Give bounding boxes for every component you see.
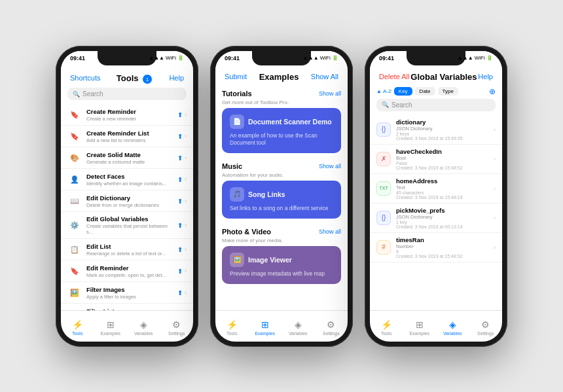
tab-examples-3[interactable]: ⊞ Examples: [403, 317, 437, 336]
var-item-timesran[interactable]: # timesRan Number 8 Created: 3 Nov 2019 …: [370, 233, 502, 262]
sort-date-btn[interactable]: Date: [415, 87, 435, 96]
time-2: 09:41: [225, 55, 240, 62]
list-item[interactable]: 📋 Filter List Keep or discard items in a…: [61, 304, 193, 310]
json-icon-dict: {}: [376, 122, 391, 137]
settings-tab-icon: ⚙: [172, 319, 181, 330]
num-icon: #: [376, 240, 391, 255]
tools-tab-icon-2: ⚡: [227, 319, 238, 330]
share-icon[interactable]: ⬆: [177, 133, 183, 140]
nav-badge-1: 1: [143, 75, 152, 84]
chevron-icon: ›: [185, 111, 187, 118]
nav-right-1[interactable]: Help: [169, 74, 184, 82]
variables-tab-icon-3: ◈: [449, 319, 456, 330]
notch-2: [252, 51, 311, 65]
tools-list: 🔖 Create Reminder Create a new reminder …: [61, 104, 193, 310]
chevron-times: ›: [494, 244, 496, 251]
phone-tools: 09:41 ▲▲▲ WiFi 🔋 Shortcuts Tools 1 Help …: [56, 46, 198, 347]
examples-tab-icon-3: ⊞: [416, 319, 424, 330]
var-item-havecheckedin[interactable]: ✗ haveCheckedIn Bool False Created: 3 No…: [370, 145, 502, 174]
chevron-icon: ›: [185, 246, 187, 253]
nav-right-3[interactable]: Help: [478, 73, 493, 80]
bookmark-icon: 🔖: [67, 129, 82, 143]
settings-tab-icon-3: ⚙: [481, 319, 490, 330]
tools-tab-icon-3: ⚡: [381, 319, 392, 330]
time-1: 09:41: [70, 55, 85, 62]
list-item[interactable]: 📋 Edit List Rearrange or delete a list o…: [61, 239, 193, 260]
tab-settings-2[interactable]: ⚙ Settings: [315, 317, 348, 336]
tab-settings-3[interactable]: ⚙ Settings: [469, 317, 503, 336]
tab-variables-3[interactable]: ◈ Variables: [436, 317, 469, 336]
status-icons-3: ▲▲▲ WiFi 🔋: [458, 55, 493, 61]
share-icon[interactable]: ⬆: [177, 289, 183, 296]
share-icon[interactable]: ⬆: [177, 154, 183, 162]
list-item[interactable]: 🔖 Create Reminder List Add a new list to…: [61, 126, 193, 147]
share-icon[interactable]: ⬆: [177, 176, 183, 183]
time-3: 09:41: [379, 55, 394, 62]
var-item-dictionary[interactable]: {} dictionary JSON Dictionary 2 keys Cre…: [370, 115, 502, 145]
tab-tools-2[interactable]: ⚡ Tools: [215, 317, 249, 336]
chevron-dict: ›: [494, 126, 496, 133]
card-song-links[interactable]: 🎵 Song Links Set links to a song on a di…: [222, 181, 341, 219]
tab-examples-2[interactable]: ⊞ Examples: [249, 317, 282, 336]
notch-1: [98, 51, 156, 65]
var-item-homeaddress[interactable]: TXT homeAddress Text 45 characters Creat…: [370, 174, 502, 204]
chevron-icon: ›: [185, 268, 187, 274]
share-icon[interactable]: ⬆: [177, 111, 183, 118]
list-item[interactable]: 👤 Detect Faces Identify whether an image…: [61, 169, 193, 190]
chevron-icon: ›: [185, 176, 187, 183]
variables-tab-icon: ◈: [140, 319, 147, 330]
share-icon[interactable]: ⬆: [177, 222, 183, 229]
list-item[interactable]: 📖 Edit Dictionary Delete from or merge d…: [61, 190, 193, 212]
tab-bar-2: ⚡ Tools ⊞ Examples ◈ Variables ⚙ Setting…: [215, 310, 348, 342]
tab-settings-1[interactable]: ⚙ Settings: [160, 317, 194, 336]
list-item[interactable]: ⚙️ Edit Global Variables Create variable…: [61, 212, 193, 239]
music-card-icon: 🎵: [230, 187, 244, 202]
nav-header-2: Submit Examples Show All: [215, 69, 348, 86]
status-icons-2: ▲▲▲ WiFi 🔋: [303, 55, 338, 61]
card-scanner[interactable]: 📄 Document Scanner Demo An example of ho…: [222, 108, 341, 153]
list-item[interactable]: 🎨 Create Solid Matte Generate a coloured…: [61, 147, 193, 169]
section-music-sub: Automation for your audio.: [215, 172, 348, 181]
nav-left-2[interactable]: Submit: [225, 73, 247, 80]
share-icon[interactable]: ⬆: [177, 246, 183, 253]
search-icon-3: 🔍: [382, 101, 389, 108]
chevron-icon: ›: [185, 133, 187, 139]
list-item[interactable]: 🔖 Create Reminder Create a new reminder …: [61, 104, 193, 126]
tab-variables-1[interactable]: ◈ Variables: [127, 317, 160, 336]
nav-left-1[interactable]: Shortcuts: [70, 74, 100, 82]
sort-az[interactable]: ▲ A-Z: [376, 88, 391, 94]
tab-tools-1[interactable]: ⚡ Tools: [61, 317, 94, 336]
var-item-pickmovie[interactable]: {} pickMovie_prefs JSON Dictionary 1 key…: [370, 204, 502, 233]
list-item[interactable]: 🖼️ Filter Images Apply a filter to image…: [61, 282, 193, 304]
tools-tab-icon: ⚡: [72, 319, 83, 330]
search-bar-1[interactable]: 🔍 Search: [67, 88, 187, 100]
section-tutorials: Tutorials Show all: [215, 86, 348, 99]
search-bar-3[interactable]: 🔍 Search: [376, 99, 496, 111]
tab-variables-2[interactable]: ◈ Variables: [282, 317, 315, 336]
nav-right-2[interactable]: Show All: [311, 73, 338, 80]
list-item[interactable]: 🔖 Edit Reminder Mark as complete, open t…: [61, 260, 193, 282]
share-icon[interactable]: ⬆: [177, 198, 183, 205]
status-bar-2: 09:41 ▲▲▲ WiFi 🔋: [215, 51, 348, 69]
section-media-sub: Make more of your media.: [215, 238, 348, 246]
global-icon: ⚙️: [67, 218, 82, 232]
nav-left-3[interactable]: Delete All: [379, 73, 409, 80]
add-variable-icon[interactable]: ⊕: [489, 87, 496, 96]
tab-tools-3[interactable]: ⚡ Tools: [370, 317, 403, 336]
notch-3: [407, 51, 465, 65]
tab-examples-1[interactable]: ⊞ Examples: [94, 317, 128, 336]
nav-header-3: Delete All Global Variables Help: [370, 69, 502, 86]
search-icon-1: 🔍: [73, 91, 80, 98]
chevron-icon: ›: [185, 222, 187, 228]
examples-tab-icon-2: ⊞: [261, 319, 269, 330]
card-image-viewer[interactable]: 🖼️ Image Viewer Preview image metadata w…: [222, 246, 341, 284]
share-icon[interactable]: ⬆: [177, 268, 183, 275]
scanner-card-icon: 📄: [230, 115, 244, 129]
chevron-movie: ›: [494, 215, 496, 221]
sort-key-btn[interactable]: Key: [394, 87, 412, 96]
examples-tab-icon: ⊞: [107, 319, 115, 330]
face-icon: 👤: [67, 172, 82, 187]
status-bar-1: 09:41 ▲▲▲ WiFi 🔋: [61, 51, 193, 69]
reminder-icon: 🔖: [67, 264, 82, 278]
sort-type-btn[interactable]: Type: [438, 87, 458, 96]
